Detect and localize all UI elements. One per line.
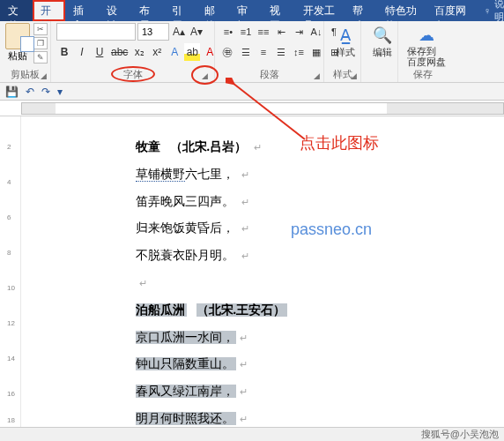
save-icon[interactable]: 💾	[5, 86, 19, 98]
tab-baidu[interactable]: 百度网盘	[426, 0, 476, 21]
clipboard-dialog-launcher[interactable]: ◢	[38, 71, 48, 81]
watermark: passneo.cn	[291, 220, 372, 239]
tab-view[interactable]: 视图	[262, 0, 294, 21]
return-mark-icon: ↵	[240, 359, 248, 370]
redo-icon[interactable]: ↷	[41, 86, 50, 98]
return-mark-icon: ↵	[240, 333, 248, 343]
poem1-line1b: 六七里，	[185, 168, 234, 181]
poem2-line1: 京口瓜洲一水间，	[136, 331, 236, 344]
tab-mailings[interactable]: 邮件	[196, 0, 229, 21]
ruler-horizontal[interactable]	[0, 101, 504, 116]
decrease-indent-icon[interactable]: ⇤	[273, 23, 289, 41]
tab-insert[interactable]: 插入	[65, 0, 98, 21]
tab-file[interactable]: 文件	[0, 0, 33, 21]
return-mark-icon: ↵	[240, 386, 248, 397]
numbering-icon[interactable]: ≡1	[238, 23, 254, 41]
group-label-font: 字体	[56, 67, 209, 82]
poem2-line3: 春风又绿江南岸，	[136, 385, 236, 398]
paragraph-dialog-launcher[interactable]: ◢	[311, 71, 322, 81]
align-center-icon[interactable]: ☰	[238, 43, 254, 61]
subscript-button[interactable]: x₂	[131, 43, 147, 61]
shading-icon[interactable]: ▦	[308, 43, 324, 61]
tab-devtools[interactable]: 开发工具	[295, 0, 345, 21]
group-styles: A̲ 样式 样式 ◢	[324, 21, 361, 82]
increase-indent-icon[interactable]: ⇥	[291, 23, 307, 41]
return-mark-icon: ↵	[241, 197, 249, 207]
grow-font-icon[interactable]: A▴	[171, 23, 187, 41]
poem1-line2: 笛弄晚风三四声。	[136, 195, 234, 208]
selected-block: 泊船瓜洲 （北宋.王安石） 京口瓜洲一水间，↵ 钟山只隔数重山。↵ 春风又绿江南…	[136, 297, 504, 433]
group-editing: 🔍 编辑	[361, 21, 398, 82]
ribbon: 粘贴 ✂ ❐ ✎ 剪贴板 ◢ 13 A▴ A▾ B I U abc x₂	[0, 21, 504, 83]
tab-featured[interactable]: 特色功能	[377, 0, 426, 21]
tab-design[interactable]: 设计	[99, 0, 131, 21]
strike-button[interactable]: abc	[109, 43, 130, 61]
tab-layout[interactable]: 布局	[131, 0, 164, 21]
format-painter-icon[interactable]: ✎	[33, 51, 48, 64]
qat-customize-icon[interactable]: ▾	[57, 86, 63, 98]
return-mark-icon: ↵	[241, 169, 249, 180]
return-mark-icon: ↵	[240, 414, 248, 424]
poem1-title1: 牧童	[136, 140, 160, 153]
document-page[interactable]: 牧童 （北宋.吕岩） ↵ 草铺横野六七里， ↵ 笛弄晚风三四声。 ↵ 归来饱饭黄…	[21, 116, 504, 427]
editing-button[interactable]: 🔍 编辑	[367, 23, 398, 59]
tab-help[interactable]: 帮助	[345, 0, 377, 21]
sort-icon[interactable]: A↓	[308, 23, 324, 41]
text-effects-icon[interactable]: A	[167, 43, 182, 61]
justify-icon[interactable]: ☰	[273, 43, 289, 61]
multilevel-icon[interactable]: ≡≡	[256, 23, 271, 41]
underline-button[interactable]: U	[92, 43, 107, 61]
poem1-line4: 不脱蓑衣卧月明。	[136, 249, 234, 262]
poem1-line3: 归来饱饭黄昏后，	[136, 221, 234, 235]
poem2-title1: 泊船瓜洲	[136, 303, 187, 317]
annotation-text: 点击此图标	[300, 132, 379, 153]
tab-references[interactable]: 引用	[164, 0, 196, 21]
group-label-editing	[367, 70, 392, 82]
align-left-icon[interactable]: ≡	[220, 43, 236, 61]
poem1-line1a: 草铺横野	[136, 168, 185, 182]
tab-review[interactable]: 审阅	[229, 0, 262, 21]
poem2-line4: 明月何时照我还。	[136, 412, 236, 425]
shrink-font-icon[interactable]: A▾	[189, 23, 204, 41]
line-spacing-icon[interactable]: ↕≡	[291, 43, 307, 61]
font-name-select[interactable]	[56, 23, 136, 41]
align-right-icon[interactable]: ≡	[256, 43, 271, 61]
undo-icon[interactable]: ↶	[26, 86, 34, 98]
return-mark-icon: ↵	[241, 223, 249, 234]
highlight-color-icon[interactable]: ab	[184, 43, 200, 61]
poem2-line2: 钟山只隔数重山。	[136, 357, 236, 370]
quick-access-toolbar: 💾 ↶ ↷ ▾	[0, 83, 504, 101]
return-mark-icon: ↵	[254, 142, 262, 153]
poem1-title2: （北宋.吕岩）	[170, 140, 248, 153]
ruler-vertical[interactable]: 2 4 6 8 10 12 14 16 18	[0, 116, 21, 427]
bullets-icon[interactable]: ≡•	[220, 23, 236, 41]
styles-dialog-launcher[interactable]: ◢	[348, 71, 359, 81]
group-label-save: 保存	[404, 67, 442, 82]
styles-icon: A̲	[340, 25, 351, 46]
group-clipboard: 粘贴 ✂ ❐ ✎ 剪贴板 ◢	[0, 21, 51, 82]
group-paragraph: ≡• ≡1 ≡≡ ⇤ ⇥ A↓ ¶ ≡ ☰ ≡ ☰ ↕≡ ▦ ⊞ 段落 ◢	[215, 21, 324, 82]
footer-credit: 搜狐号@小吴泡泡	[0, 427, 504, 441]
title-tabs: 文件 开始 插入 设计 布局 引用 邮件 审阅 视图 开发工具 帮助 特色功能 …	[0, 0, 504, 21]
cut-icon[interactable]: ✂	[33, 23, 48, 35]
italic-button[interactable]: I	[74, 43, 90, 61]
document-area: 2 4 6 8 10 12 14 16 18 牧童 （北宋.吕岩） ↵ 草铺横野…	[0, 116, 504, 427]
group-save: ☁ 保存到 百度网盘 保存	[398, 21, 448, 82]
return-mark-icon: ↵	[241, 250, 249, 261]
styles-button[interactable]: A̲ 样式	[330, 23, 361, 59]
lightbulb-icon: ♀	[484, 5, 491, 16]
tell-me-search[interactable]: ♀ 操作说明搜索	[477, 0, 504, 21]
copy-icon[interactable]: ❐	[33, 37, 48, 49]
poem2-title2: （北宋.王安石）	[196, 303, 288, 317]
group-font: 13 A▴ A▾ B I U abc x₂ x² A ab A ㊥ 字体 ◢	[51, 21, 215, 82]
group-label-paragraph: 段落	[220, 67, 318, 82]
tab-home[interactable]: 开始	[33, 0, 65, 21]
save-baidu-button[interactable]: ☁ 保存到 百度网盘	[404, 23, 449, 67]
cloud-save-icon: ☁	[419, 25, 434, 46]
find-icon: 🔍	[373, 25, 392, 46]
superscript-button[interactable]: x²	[149, 43, 165, 61]
bold-button[interactable]: B	[56, 43, 72, 61]
return-mark-icon: ↵	[139, 278, 147, 288]
font-size-select[interactable]: 13	[137, 23, 169, 41]
paste-icon[interactable]	[5, 23, 30, 49]
